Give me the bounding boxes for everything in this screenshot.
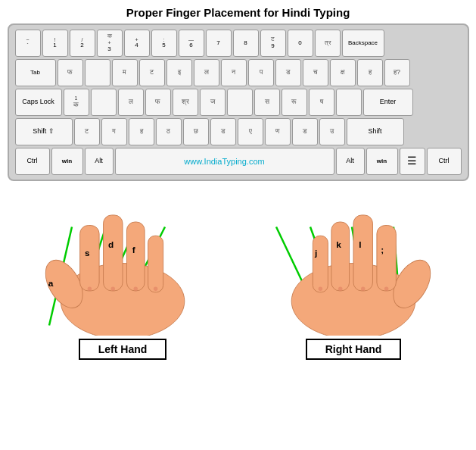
svg-rect-25: [331, 222, 350, 291]
svg-text:k: k: [336, 239, 341, 250]
row-1: ~` !1 /2 क+3 +4 :5 —6 7 8 ट 9 0 त्र Back…: [15, 30, 462, 57]
key-k[interactable]: स: [254, 89, 280, 116]
key-minus[interactable]: त्र: [315, 30, 341, 57]
svg-rect-26: [353, 215, 372, 291]
key-d[interactable]: ल: [118, 89, 144, 116]
key-backspace[interactable]: Backspace: [342, 30, 384, 57]
key-6[interactable]: —6: [179, 30, 204, 57]
key-4[interactable]: +4: [124, 30, 150, 57]
svg-point-18: [88, 286, 92, 290]
key-3[interactable]: क+3: [97, 30, 123, 57]
key-alt-right[interactable]: Alt: [336, 148, 365, 175]
svg-rect-12: [126, 222, 145, 291]
row-5: Ctrl win Alt www.IndiaTyping.com Alt win…: [15, 148, 462, 175]
key-n[interactable]: ड: [210, 118, 236, 145]
key-y[interactable]: ल: [194, 59, 219, 86]
hands-area: a s d f Left Hand: [8, 184, 469, 444]
svg-text:;: ;: [381, 245, 384, 255]
svg-text:j: j: [314, 248, 317, 258]
keyboard: ~` !1 /2 क+3 +4 :5 —6 7 8 ट 9 0 त्र Back…: [8, 23, 469, 181]
svg-text:l: l: [359, 239, 361, 250]
key-h[interactable]: ज: [200, 89, 226, 116]
right-hand-svg: j k l ;: [255, 184, 452, 336]
page-title: Proper Finger Placement for Hindi Typing: [126, 6, 350, 19]
svg-text:a: a: [48, 278, 54, 289]
svg-point-21: [154, 286, 157, 290]
key-1[interactable]: !1: [42, 30, 68, 57]
key-f[interactable]: फ: [145, 89, 171, 116]
key-w[interactable]: [85, 59, 110, 86]
svg-point-20: [134, 286, 138, 290]
svg-point-35: [384, 286, 388, 290]
key-tab[interactable]: Tab: [15, 59, 56, 86]
svg-rect-24: [313, 236, 328, 292]
key-z[interactable]: ट: [74, 118, 100, 145]
website-label: www.IndiaTyping.com: [184, 157, 264, 166]
svg-point-32: [319, 286, 322, 290]
key-bracket-r[interactable]: ह: [357, 59, 383, 86]
key-m[interactable]: ए: [238, 118, 263, 145]
svg-text:d: d: [108, 239, 114, 250]
key-p[interactable]: च: [303, 59, 328, 86]
row-2: Tab फ म ट इ ल न प ड च क्ष ह ह?: [15, 59, 462, 86]
key-comma[interactable]: ण: [265, 118, 291, 145]
key-c[interactable]: ह: [129, 118, 154, 145]
key-9[interactable]: ट 9: [260, 30, 286, 57]
key-x[interactable]: ग: [101, 118, 127, 145]
right-hand-label: Right Hand: [306, 339, 402, 360]
key-bracket-l[interactable]: क्ष: [330, 59, 356, 86]
key-j[interactable]: [227, 89, 253, 116]
key-e[interactable]: म: [112, 59, 138, 86]
key-s[interactable]: [91, 89, 117, 116]
key-a[interactable]: 1क: [64, 89, 89, 116]
key-ctrl-right[interactable]: Ctrl: [427, 148, 462, 175]
row-3: Caps Lock 1क ल फ श्र ज स रू ष Enter: [15, 89, 462, 116]
key-u[interactable]: न: [221, 59, 247, 86]
key-win-right[interactable]: win: [366, 148, 398, 175]
key-period[interactable]: ड: [292, 118, 318, 145]
key-0[interactable]: 0: [288, 30, 313, 57]
key-5[interactable]: :5: [151, 30, 177, 57]
key-i[interactable]: प: [248, 59, 274, 86]
key-alt-left[interactable]: Alt: [85, 148, 114, 175]
key-l[interactable]: रू: [282, 89, 307, 116]
key-quote[interactable]: [336, 89, 362, 116]
right-hand-container: j k l ; Right Hand: [238, 184, 469, 444]
key-backtick[interactable]: ~`: [15, 30, 41, 57]
svg-text:s: s: [85, 248, 90, 258]
svg-rect-27: [377, 226, 396, 291]
key-7[interactable]: 7: [206, 30, 232, 57]
svg-point-33: [338, 286, 342, 290]
key-menu[interactable]: ☰: [400, 148, 425, 175]
key-q[interactable]: फ: [58, 59, 83, 86]
key-shift-left[interactable]: Shift ⇧: [15, 118, 73, 145]
left-hand-label: Left Hand: [79, 339, 167, 360]
key-shift-right[interactable]: Shift: [347, 118, 404, 145]
key-semicolon[interactable]: ष: [309, 89, 334, 116]
svg-rect-13: [148, 236, 163, 292]
key-b[interactable]: छ: [183, 118, 209, 145]
left-hand-container: a s d f Left Hand: [8, 184, 238, 444]
key-r[interactable]: ट: [139, 59, 165, 86]
svg-point-34: [361, 286, 365, 290]
key-enter[interactable]: Enter: [363, 89, 413, 116]
svg-rect-11: [104, 215, 123, 291]
svg-point-19: [111, 286, 115, 290]
key-win-left[interactable]: win: [51, 148, 83, 175]
key-t[interactable]: इ: [166, 59, 192, 86]
main-container: Proper Finger Placement for Hindi Typing…: [0, 0, 476, 450]
row-4: Shift ⇧ ट ग ह ठ छ ड ए ण ड उ Shift: [15, 118, 462, 145]
key-space[interactable]: www.IndiaTyping.com: [115, 148, 334, 175]
key-2[interactable]: /2: [70, 30, 95, 57]
key-8[interactable]: 8: [233, 30, 259, 57]
key-caps-lock[interactable]: Caps Lock: [15, 89, 62, 116]
left-hand-svg: a s d f: [24, 184, 221, 336]
svg-text:f: f: [132, 245, 135, 255]
key-v[interactable]: ठ: [156, 118, 182, 145]
key-slash[interactable]: उ: [319, 118, 345, 145]
key-ctrl-left[interactable]: Ctrl: [15, 148, 50, 175]
key-o[interactable]: ड: [275, 59, 301, 86]
key-backslash[interactable]: ह?: [384, 59, 410, 86]
key-g[interactable]: श्र: [173, 89, 198, 116]
